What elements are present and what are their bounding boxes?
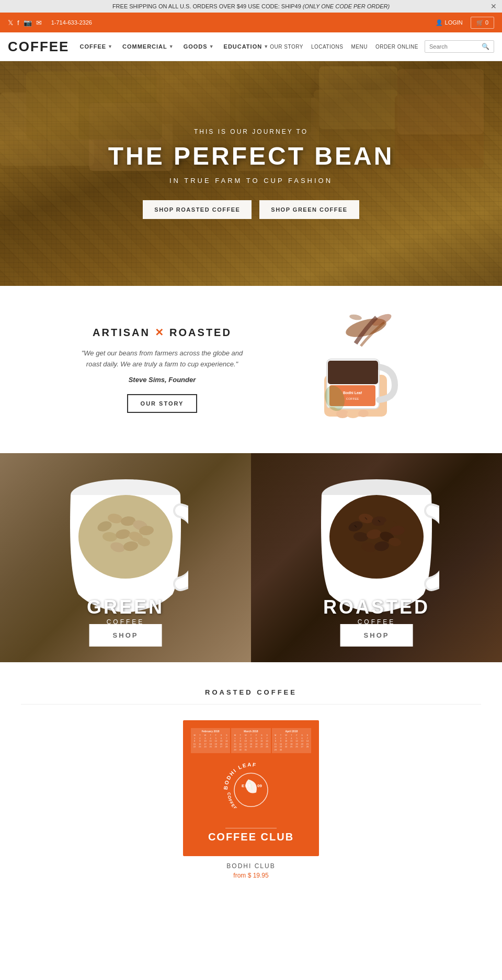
bodhi-logo: BODHI LEAF EST. 09	[220, 761, 282, 810]
cart-count: 0	[485, 19, 488, 26]
nav-education-label: EDUCATION	[224, 43, 263, 50]
nav-goods-arrow: ▼	[209, 44, 214, 49]
announcement-bar: FREE SHIPPING ON ALL U.S. ORDERS OVER $4…	[0, 0, 502, 13]
search-input[interactable]	[429, 43, 482, 50]
instagram-icon[interactable]: 📷	[24, 19, 32, 27]
login-label: LOGIN	[445, 19, 463, 26]
svg-rect-11	[397, 69, 484, 134]
facebook-icon[interactable]: f	[17, 19, 19, 27]
cart-button[interactable]: 🛒 0	[471, 17, 494, 29]
main-nav: COFFEE COFFEE ▼ COMMERCIAL ▼ GOODS ▼ EDU…	[0, 32, 502, 61]
cal-month-3: April 2018 MTWTFSS 1234567 891011121314 …	[272, 728, 311, 753]
phone-number: 1-714-633-2326	[51, 19, 92, 26]
svg-point-16	[349, 314, 362, 321]
cal-month-1-title: February 2018	[192, 730, 229, 733]
green-coffee-label: GREEN COFFEE	[87, 596, 164, 626]
cal-month-1: February 2018 MTWTFSS 1234567 8910111213…	[191, 728, 230, 753]
nav-item-coffee[interactable]: COFFEE ▼	[79, 43, 113, 50]
close-announcement-button[interactable]: ✕	[490, 2, 497, 10]
artisan-title: ARTISAN ✕ ROASTED	[73, 326, 251, 339]
artisan-title-part2: ROASTED	[169, 327, 232, 338]
roasted-shop-button[interactable]: SHOP	[340, 624, 413, 647]
svg-rect-5	[157, 64, 235, 124]
calendar-grid: February 2018 MTWTFSS 1234567 8910111213…	[188, 725, 314, 756]
nav-left: COFFEE COFFEE ▼ COMMERCIAL ▼ GOODS ▼ EDU…	[8, 39, 269, 55]
nav-right-links: OUR STORY LOCATIONS MENU ORDER ONLINE	[270, 44, 418, 50]
hero-buttons: SHOP ROASTED COFFEE SHOP GREEN COFFEE	[108, 200, 394, 219]
cal-month-3-title: April 2018	[273, 730, 310, 733]
nav-coffee-arrow: ▼	[108, 44, 113, 49]
green-label-main: GREEN	[87, 596, 164, 618]
nav-menu[interactable]: MENU	[351, 44, 367, 50]
nav-order-online[interactable]: ORDER ONLINE	[375, 44, 418, 50]
shop-green-button[interactable]: SHOP GREEN COFFEE	[259, 200, 359, 219]
announcement-emphasis: (ONLY ONE CODE PER ORDER)	[303, 3, 390, 9]
announcement-text: FREE SHIPPING ON ALL U.S. ORDERS OVER $4…	[112, 3, 301, 9]
hero-subtitle: THIS IS OUR JOURNEY TO	[108, 128, 394, 135]
product-image: February 2018 MTWTFSS 1234567 8910111213…	[183, 720, 319, 856]
nav-item-commercial[interactable]: COMMERCIAL ▼	[122, 43, 174, 50]
roasted-section-title: ROASTED COFFEE	[21, 688, 481, 705]
product-name: BODHI CLUB	[183, 862, 319, 870]
hero-tagline: IN TRUE FARM TO CUP FASHION	[108, 177, 394, 185]
twitter-icon[interactable]: 𝕏	[8, 19, 13, 27]
nav-items: COFFEE ▼ COMMERCIAL ▼ GOODS ▼ EDUCATION …	[79, 43, 269, 50]
svg-text:COFFEE: COFFEE	[346, 397, 359, 400]
shop-roasted-button[interactable]: SHOP ROASTED COFFEE	[143, 200, 252, 219]
artisan-quote: "We get our beans from farmers across th…	[73, 348, 251, 370]
svg-rect-9	[319, 66, 397, 129]
cups-section: GREEN COFFEE SHOP	[0, 453, 502, 662]
top-bar: 𝕏 f 📷 ✉ 1-714-633-2326 👤 LOGIN 🛒 0	[0, 13, 502, 32]
product-price: from $ 19.95	[183, 872, 319, 879]
nav-item-goods[interactable]: GOODS ▼	[184, 43, 214, 50]
artisan-image: Bodhi Leaf COFFEE	[282, 317, 429, 422]
cal-month-2-title: March 2018	[232, 730, 269, 733]
coffee-club-label: COFFEE CLUB	[208, 831, 294, 843]
bodhi-card: February 2018 MTWTFSS 1234567 8910111213…	[188, 725, 314, 851]
artisan-section: ARTISAN ✕ ROASTED "We get our beans from…	[0, 286, 502, 453]
nav-goods-label: GOODS	[184, 43, 208, 50]
nav-education-arrow: ▼	[264, 44, 269, 49]
nav-coffee-label: COFFEE	[79, 43, 106, 50]
svg-rect-7	[230, 69, 311, 134]
nav-commercial-label: COMMERCIAL	[122, 43, 167, 50]
hero-content: THIS IS OUR JOURNEY TO THE PERFECT BEAN …	[108, 128, 394, 219]
cal-month-2: March 2018 MTWTFSS 1234567 891011121314 …	[231, 728, 270, 753]
green-label-sub: COFFEE	[87, 618, 164, 626]
our-story-button[interactable]: OUR STORY	[127, 394, 198, 413]
hero-title: THE PERFECT BEAN	[108, 142, 394, 170]
search-bar: 🔍	[425, 40, 494, 53]
roasted-coffee-panel: ROASTED COFFEE SHOP	[251, 453, 502, 662]
social-icons: 𝕏 f 📷 ✉	[8, 19, 42, 27]
green-shop-button[interactable]: SHOP	[89, 624, 162, 647]
coffee-club-bottom: COFFEE CLUB	[208, 826, 294, 843]
divider-line	[225, 828, 277, 828]
svg-point-25	[347, 411, 359, 418]
svg-text:Bodhi Leaf: Bodhi Leaf	[343, 391, 362, 395]
email-icon[interactable]: ✉	[36, 19, 42, 27]
coffee-mug-svg: Bodhi Leaf COFFEE	[282, 312, 429, 427]
search-button[interactable]: 🔍	[482, 43, 489, 50]
svg-point-26	[358, 410, 369, 417]
svg-rect-19	[328, 361, 378, 384]
top-bar-left: 𝕏 f 📷 ✉ 1-714-633-2326	[8, 19, 92, 27]
green-shop-container: SHOP	[89, 624, 162, 647]
hero-section: THIS IS OUR JOURNEY TO THE PERFECT BEAN …	[0, 61, 502, 286]
nav-right: OUR STORY LOCATIONS MENU ORDER ONLINE 🔍	[270, 40, 494, 53]
roasted-coffee-label: ROASTED COFFEE	[323, 596, 430, 626]
artisan-author: Steve Sims, Founder	[73, 376, 251, 384]
top-bar-right: 👤 LOGIN 🛒 0	[436, 17, 494, 29]
nav-item-education[interactable]: EDUCATION ▼	[224, 43, 269, 50]
product-grid: February 2018 MTWTFSS 1234567 8910111213…	[21, 720, 481, 879]
site-logo[interactable]: COFFEE	[8, 39, 69, 55]
artisan-text: ARTISAN ✕ ROASTED "We get our beans from…	[73, 326, 251, 413]
roasted-shop-container: SHOP	[340, 624, 413, 647]
nav-our-story[interactable]: OUR STORY	[270, 44, 303, 50]
product-card[interactable]: February 2018 MTWTFSS 1234567 8910111213…	[183, 720, 319, 879]
nav-locations[interactable]: LOCATIONS	[311, 44, 344, 50]
svg-text:09: 09	[257, 783, 262, 788]
roasted-coffee-section: ROASTED COFFEE February 2018 MTWTFSS 123…	[0, 662, 502, 905]
bodhi-logo-svg: BODHI LEAF EST. 09	[220, 761, 282, 808]
user-icon: 👤	[436, 19, 443, 26]
login-link[interactable]: 👤 LOGIN	[436, 19, 463, 26]
